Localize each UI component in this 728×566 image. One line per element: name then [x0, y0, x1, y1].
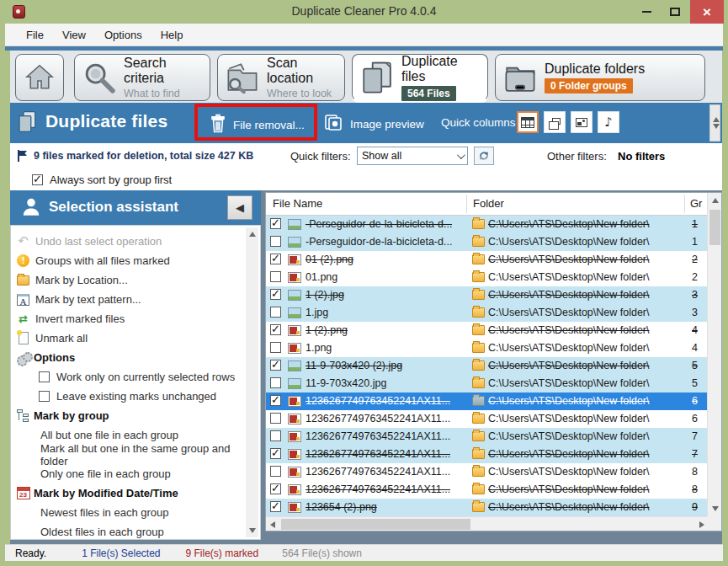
row-mark-checkbox[interactable]: [270, 448, 281, 459]
row-mark-checkbox[interactable]: [270, 289, 281, 300]
folder-icon: [472, 396, 485, 406]
sidebar-item-mark-all-but-one-in-the-same-group-and-folder[interactable]: Mark all but one in the same group and f…: [11, 445, 260, 464]
row-mark-checkbox[interactable]: [270, 324, 281, 335]
table-row[interactable]: -Perseguidor-de-la-bicicleta-d...C:\User…: [266, 216, 709, 233]
sidebar-item-options[interactable]: Options: [11, 348, 260, 367]
sidebar-item-mark-by-modified-date-time[interactable]: 23Mark by Modified Date/Time: [11, 483, 260, 503]
sidebar-item-leave-existing-marks-unchanged[interactable]: Leave existing marks unchanged: [11, 387, 260, 406]
table-row[interactable]: 01 (2).pngC:\Users\ATS\Desktop\New folde…: [266, 251, 709, 269]
sidebar-item-label: Mark by Modified Date/Time: [34, 487, 178, 499]
tab-home[interactable]: [15, 54, 64, 101]
scrollbar-thumb[interactable]: [709, 210, 720, 245]
folder-icon: [472, 325, 485, 335]
quick-filter-dropdown[interactable]: Show all: [357, 147, 468, 165]
table-row[interactable]: 01.pngC:\Users\ATS\Desktop\New folder\2: [266, 269, 709, 286]
audio-columns-button[interactable]: ♪: [598, 111, 619, 133]
row-mark-checkbox[interactable]: [270, 430, 281, 441]
image-columns-button[interactable]: [571, 111, 592, 133]
table-vertical-scrollbar[interactable]: [707, 193, 721, 516]
row-mark-checkbox[interactable]: [270, 395, 281, 406]
standard-columns-button[interactable]: [544, 111, 566, 133]
sidebar-item-mark-by-group[interactable]: Mark by group: [11, 406, 260, 425]
folder-path: C:\Users\ATS\Desktop\New folder\: [488, 377, 650, 389]
row-mark-checkbox[interactable]: [270, 254, 281, 264]
row-mark-checkbox[interactable]: [270, 236, 281, 247]
table-row[interactable]: 123654 (2).pngC:\Users\ATS\Desktop\New f…: [266, 499, 709, 516]
grid-columns-button[interactable]: [517, 111, 539, 133]
refresh-icon: [478, 150, 490, 162]
column-header-folder[interactable]: Folder: [473, 197, 504, 210]
row-mark-checkbox[interactable]: [270, 360, 281, 371]
resize-grip[interactable]: [712, 550, 720, 558]
sidebar-item-only-one-file-in-each-group[interactable]: Only one file in each group: [11, 464, 260, 483]
sort-by-group-checkbox[interactable]: [32, 174, 43, 185]
title-bar: Duplicate Cleaner Pro 4.0.4 ×: [0, 0, 728, 24]
table-row[interactable]: 1 (2).jpgC:\Users\ATS\Desktop\New folder…: [266, 286, 709, 304]
close-button[interactable]: ×: [690, 0, 724, 24]
refresh-filter-button[interactable]: [474, 147, 494, 165]
standard-columns-icon: [552, 118, 561, 125]
menu-item-help[interactable]: Help: [151, 24, 193, 45]
row-mark-checkbox[interactable]: [270, 466, 281, 477]
status-files-shown: 564 File(s) shown: [282, 547, 362, 559]
row-mark-checkbox[interactable]: [270, 218, 281, 229]
sidebar-item-invert-marked-files[interactable]: ⇄Invert marked files: [11, 309, 260, 328]
table-row[interactable]: 1236267749763452241AX11...C:\Users\ATS\D…: [266, 463, 709, 481]
sidebar-item-newest-files-in-each-group[interactable]: Newest files in each group: [11, 503, 260, 522]
minimize-button[interactable]: [633, 0, 660, 23]
file-removal-button[interactable]: File removal...: [210, 114, 305, 136]
sidebar-item-work-only-on-currently-selected-rows[interactable]: Work only on currently selected rows: [11, 367, 260, 387]
sidebar-checkbox[interactable]: [39, 371, 50, 382]
maximize-button[interactable]: [662, 0, 688, 23]
jpg-file-icon: [288, 307, 301, 318]
table-row[interactable]: 1 (2).pngC:\Users\ATS\Desktop\New folder…: [266, 322, 709, 339]
folder-icon: [472, 272, 485, 282]
sidebar-item-mark-by-text-pattern[interactable]: AMark by text pattern...: [11, 290, 260, 309]
table-row[interactable]: 1236267749763452241AX11...C:\Users\ATS\D…: [266, 446, 709, 463]
collapse-sidebar-button[interactable]: ◀: [227, 195, 252, 220]
file-name: 1.png: [306, 342, 332, 354]
table-row[interactable]: 11-9-703x420.jpgC:\Users\ATS\Desktop\New…: [266, 375, 709, 392]
scroll-down-icon: [712, 506, 719, 511]
column-header-file-name[interactable]: File Name: [273, 197, 322, 210]
file-name: 1236267749763452241AX11...: [306, 448, 450, 460]
table-row[interactable]: 1236267749763452241AX11...C:\Users\ATS\D…: [266, 392, 709, 410]
other-filters-label: Other filters:: [547, 150, 607, 163]
table-horizontal-scrollbar[interactable]: [266, 516, 709, 531]
menu-item-view[interactable]: View: [53, 24, 95, 45]
table-row[interactable]: 1236267749763452241AX11...C:\Users\ATS\D…: [266, 410, 709, 428]
tab-search-criteria[interactable]: Search criteriaWhat to find: [74, 54, 210, 101]
image-preview-button[interactable]: Image preview: [323, 113, 424, 136]
row-mark-checkbox[interactable]: [270, 342, 281, 353]
sidebar-item-groups-with-all-files-marked[interactable]: !Groups with all files marked: [11, 251, 260, 270]
sidebar-item-undo-last-select-operation[interactable]: ↶Undo last select operation: [11, 232, 260, 251]
table-row[interactable]: 1236267749763452241AX11...C:\Users\ATS\D…: [266, 428, 709, 446]
row-mark-checkbox[interactable]: [270, 483, 281, 494]
row-mark-checkbox[interactable]: [270, 271, 281, 282]
menu-item-options[interactable]: Options: [95, 24, 151, 45]
sidebar-item-mark-by-location[interactable]: Mark by Location...: [11, 270, 260, 290]
scrollbar-thumb[interactable]: [281, 519, 470, 530]
sidebar-item-label: Newest files in each group: [40, 506, 168, 519]
menu-item-file[interactable]: File: [17, 24, 53, 45]
table-row[interactable]: -Perseguidor-de-la-bicicleta-d...C:\User…: [266, 233, 709, 251]
folder-path: C:\Users\ATS\Desktop\New folder\: [488, 448, 650, 460]
table-row[interactable]: 1236267749763452241AX11...C:\Users\ATS\D…: [266, 481, 709, 499]
tab-duplicate-files[interactable]: Duplicate files564 Files: [352, 54, 488, 101]
row-mark-checkbox[interactable]: [270, 307, 281, 318]
tab-scan-location[interactable]: Scan locationWhere to look: [217, 54, 345, 101]
row-mark-checkbox[interactable]: [270, 501, 281, 512]
row-mark-checkbox[interactable]: [270, 413, 281, 424]
tab-duplicate-folders[interactable]: Duplicate folders0 Folder groups: [495, 54, 705, 101]
column-header-group[interactable]: Gr: [690, 197, 702, 210]
folder-icon: [472, 343, 485, 353]
folder-path: C:\Users\ATS\Desktop\New folder\: [488, 342, 650, 354]
table-row[interactable]: 1.jpgC:\Users\ATS\Desktop\New folder\3: [266, 304, 709, 322]
table-row[interactable]: 11-9-703x420 (2).jpgC:\Users\ATS\Desktop…: [266, 357, 709, 375]
table-row[interactable]: 1.pngC:\Users\ATS\Desktop\New folder\4: [266, 339, 709, 357]
sidebar-checkbox[interactable]: [39, 391, 50, 402]
sidebar-item-oldest-files-in-each-group[interactable]: Oldest files in each group: [11, 522, 260, 540]
sidebar-item-unmark-all[interactable]: Unmark all: [11, 328, 260, 348]
panel-mini-scrollbar[interactable]: [709, 104, 720, 142]
row-mark-checkbox[interactable]: [270, 377, 281, 388]
